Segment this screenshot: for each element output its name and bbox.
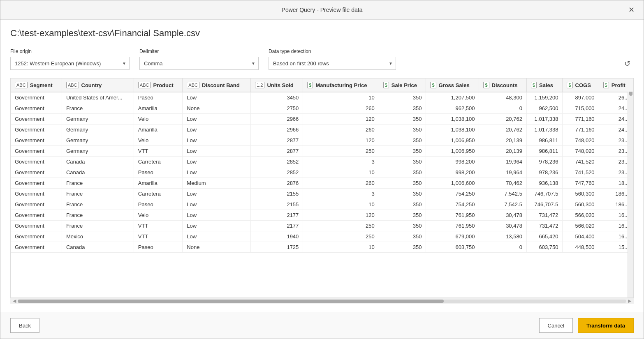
table-cell: Low bbox=[183, 189, 251, 199]
table-cell: 10 bbox=[303, 92, 379, 103]
table-cell: 350 bbox=[379, 125, 426, 135]
table-cell: 998,200 bbox=[426, 157, 479, 167]
back-button[interactable]: Back bbox=[10, 318, 39, 333]
col-header-discount-band: ABCDiscount Band bbox=[183, 78, 251, 92]
col-type-icon: $ bbox=[307, 82, 313, 88]
data-type-detection-wrapper: Based on first 200 rows Based on entire … bbox=[269, 57, 396, 70]
table-cell: Carretera bbox=[134, 189, 183, 199]
table-cell: 13,580 bbox=[479, 231, 526, 242]
table-cell: None bbox=[183, 103, 251, 114]
col-label: Profit bbox=[612, 82, 625, 88]
power-query-dialog: Power Query - Preview file data ✕ C:\tes… bbox=[0, 0, 644, 339]
table-cell: 1,038,100 bbox=[426, 125, 479, 135]
table-cell: VTT bbox=[134, 221, 183, 231]
table-cell: 747,760 bbox=[563, 178, 599, 189]
col-type-icon: ABC bbox=[66, 82, 79, 88]
horizontal-scrollbar-row[interactable]: ◀ ▶ bbox=[10, 298, 634, 304]
table-cell: 250 bbox=[303, 221, 379, 231]
table-cell: Velo bbox=[134, 114, 183, 125]
table-cell: Low bbox=[183, 231, 251, 242]
horizontal-scrollbar-track[interactable] bbox=[18, 300, 626, 303]
table-cell: 2155 bbox=[251, 189, 303, 199]
table-cell: 986,811 bbox=[526, 135, 563, 146]
data-type-detection-select[interactable]: Based on first 200 rows Based on entire … bbox=[269, 57, 396, 70]
col-header-sales: $Sales bbox=[526, 78, 563, 92]
refresh-button[interactable]: ↺ bbox=[621, 58, 634, 70]
cancel-button[interactable]: Cancel bbox=[539, 318, 573, 333]
table-cell: Government bbox=[11, 221, 62, 231]
table-cell: United States of Amer... bbox=[62, 92, 134, 103]
table-cell: Medium bbox=[183, 178, 251, 189]
table-cell: 250 bbox=[303, 231, 379, 242]
table-cell: 350 bbox=[379, 221, 426, 231]
table-cell: Government bbox=[11, 210, 62, 221]
table-cell: 731,472 bbox=[526, 221, 563, 231]
table-cell: 962,500 bbox=[426, 103, 479, 114]
table-cell: Low bbox=[183, 210, 251, 221]
data-table: ABCSegmentABCCountryABCProductABCDiscoun… bbox=[11, 78, 633, 253]
table-cell: 7,542.5 bbox=[479, 189, 526, 199]
table-cell: 771,160 bbox=[563, 125, 599, 135]
table-cell: 10 bbox=[303, 199, 379, 210]
table-cell: 741,520 bbox=[563, 157, 599, 167]
table-cell: 350 bbox=[379, 103, 426, 114]
table-cell: 2966 bbox=[251, 125, 303, 135]
table-cell: 741,520 bbox=[563, 167, 599, 178]
table-cell: 120 bbox=[303, 114, 379, 125]
col-header-country: ABCCountry bbox=[62, 78, 134, 92]
table-cell: 10 bbox=[303, 242, 379, 253]
col-header-cogs: $COGS bbox=[563, 78, 599, 92]
table-row: GovernmentGermanyAmarillaLow29662603501,… bbox=[11, 125, 633, 135]
table-cell: 761,950 bbox=[426, 210, 479, 221]
table-cell: 962,500 bbox=[526, 103, 563, 114]
footer: Back Cancel Transform data bbox=[0, 312, 644, 339]
vertical-scrollbar[interactable] bbox=[628, 78, 633, 297]
col-label: Country bbox=[81, 82, 102, 88]
data-type-detection-label: Data type detection bbox=[269, 48, 396, 54]
table-cell: 1,159,200 bbox=[526, 92, 563, 103]
col-label: Sales bbox=[539, 82, 553, 88]
table-cell: 771,160 bbox=[563, 114, 599, 125]
data-table-container[interactable]: ABCSegmentABCCountryABCProductABCDiscoun… bbox=[10, 78, 634, 298]
table-cell: 48,300 bbox=[479, 92, 526, 103]
table-cell: Amarilla bbox=[134, 125, 183, 135]
transform-data-button[interactable]: Transform data bbox=[578, 318, 634, 333]
table-cell: Velo bbox=[134, 210, 183, 221]
table-cell: Carretera bbox=[134, 157, 183, 167]
table-row: GovernmentFranceVTTLow2177250350761,9503… bbox=[11, 221, 633, 231]
table-cell: 746,707.5 bbox=[526, 199, 563, 210]
close-button[interactable]: ✕ bbox=[626, 5, 637, 15]
scroll-right-icon[interactable]: ▶ bbox=[626, 298, 633, 304]
scroll-left-icon[interactable]: ◀ bbox=[11, 298, 18, 304]
table-cell: 978,236 bbox=[526, 167, 563, 178]
col-header-segment: ABCSegment bbox=[11, 78, 62, 92]
table-row: GovernmentFrancePaseoLow215510350754,250… bbox=[11, 199, 633, 210]
col-label: Manufacturing Price bbox=[315, 82, 367, 88]
file-origin-wrapper: 1252: Western European (Windows) 65001: … bbox=[10, 57, 130, 70]
table-cell: 120 bbox=[303, 210, 379, 221]
col-label: Units Sold bbox=[267, 82, 293, 88]
table-cell: 260 bbox=[303, 178, 379, 189]
table-cell: 2177 bbox=[251, 221, 303, 231]
table-cell: Government bbox=[11, 157, 62, 167]
table-cell: 3 bbox=[303, 157, 379, 167]
file-origin-select[interactable]: 1252: Western European (Windows) 65001: … bbox=[10, 57, 130, 70]
table-cell: 2177 bbox=[251, 210, 303, 221]
table-cell: Low bbox=[183, 221, 251, 231]
table-cell: 731,472 bbox=[526, 210, 563, 221]
table-cell: Paseo bbox=[134, 242, 183, 253]
table-cell: Germany bbox=[62, 135, 134, 146]
col-header-units-sold: 1.2Units Sold bbox=[251, 78, 303, 92]
table-row: GovernmentFranceCarreteraLow21553350754,… bbox=[11, 189, 633, 199]
table-cell: 761,950 bbox=[426, 221, 479, 231]
footer-right: Cancel Transform data bbox=[539, 318, 634, 333]
table-row: GovernmentCanadaCarreteraLow28523350998,… bbox=[11, 157, 633, 167]
col-label: Segment bbox=[30, 82, 53, 88]
table-cell: 1,006,950 bbox=[426, 135, 479, 146]
delimiter-select[interactable]: Comma Tab Semicolon bbox=[139, 57, 259, 70]
table-cell: Velo bbox=[134, 135, 183, 146]
table-row: GovernmentFranceAmarillaNone275026035096… bbox=[11, 103, 633, 114]
table-cell: 746,707.5 bbox=[526, 189, 563, 199]
col-type-icon: 1.2 bbox=[255, 82, 264, 88]
table-cell: 2877 bbox=[251, 146, 303, 157]
